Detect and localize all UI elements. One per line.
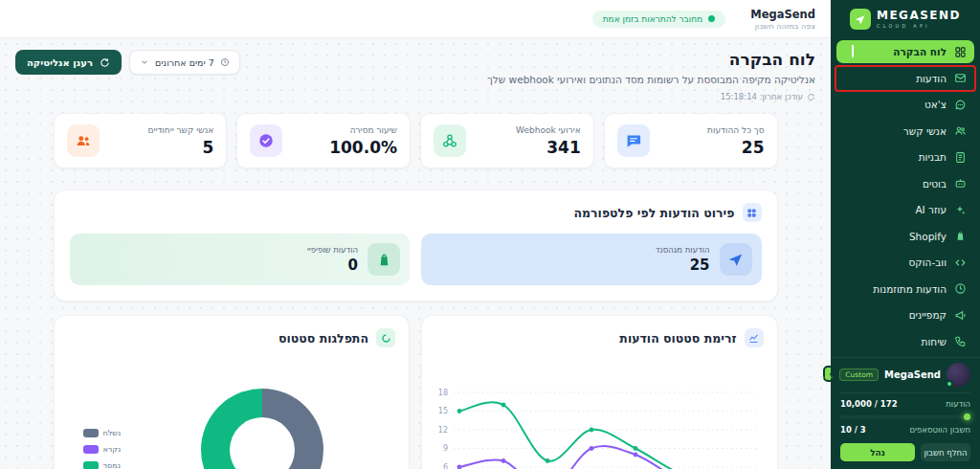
date-range-label: 7 ימים אחרונים bbox=[155, 57, 214, 68]
sidebar-item-label: צ'אט bbox=[924, 99, 947, 110]
sidebar-item-label: Shopify bbox=[909, 231, 947, 242]
status-distribution-header: התפלגות סטטוס bbox=[68, 328, 396, 347]
account-menu-button[interactable]: ... bbox=[822, 369, 835, 380]
switch-account-button[interactable]: החלף חשבון bbox=[921, 443, 970, 461]
sidebar-item-label: הודעות מתוזמנות bbox=[873, 283, 947, 295]
sidebar-item-label: תבניות bbox=[919, 151, 947, 163]
usage-section: הודעות 10,000 / 172 חשבון הווטסאפים 10 /… bbox=[840, 393, 970, 436]
text-cursor bbox=[852, 45, 854, 57]
users-icon bbox=[954, 124, 967, 137]
sidebar-footer-buttons: החלף חשבון נהל bbox=[840, 443, 970, 461]
platform-card-text: הודעות מגהסנד 25 bbox=[656, 245, 710, 274]
refresh-analytics-button[interactable]: רענן אנליטיקה bbox=[15, 50, 122, 75]
usage-progress-dot bbox=[964, 413, 970, 420]
sidebar-item-shopify[interactable]: Shopify bbox=[836, 225, 974, 248]
status-flow-header: זרימת סטטוס הודעות bbox=[435, 328, 764, 347]
svg-text:9: 9 bbox=[442, 444, 447, 453]
sidebar: MEGASEND CLOUD API לוח הבקרה הודעות צ'אט… bbox=[831, 0, 980, 469]
line-chart-icon bbox=[745, 328, 764, 347]
sparkles-icon bbox=[954, 204, 967, 216]
dashboard-content: לוח הבקרה אנליטיקה מקיפה המבוססת על רשומ… bbox=[0, 38, 831, 469]
legend-label: נשלח bbox=[103, 429, 122, 437]
status-flow-chart-card: זרימת סטטוס הודעות 18151296 bbox=[421, 315, 778, 469]
sidebar-nav: לוח הבקרה הודעות צ'אט אנשי קשר תבניות bbox=[831, 36, 980, 383]
refresh-icon bbox=[100, 57, 110, 68]
account-name: MegaSend bbox=[884, 369, 941, 380]
plan-badge: Custom bbox=[839, 368, 879, 381]
stat-value: 25 bbox=[707, 138, 764, 157]
shopify-bag-icon bbox=[368, 243, 400, 276]
sidebar-item-webhooks[interactable]: ווב-הוקס bbox=[836, 251, 974, 274]
sidebar-item-label: אנשי קשר bbox=[903, 125, 947, 137]
legend-swatch-read bbox=[83, 445, 99, 454]
sidebar-item-ai-assistant[interactable]: עוזר AI bbox=[836, 198, 974, 221]
phone-icon bbox=[954, 335, 967, 347]
sidebar-item-templates[interactable]: תבניות bbox=[836, 145, 974, 168]
sidebar-item-campaigns[interactable]: קמפיינים bbox=[836, 303, 974, 326]
sidebar-item-scheduled-messages[interactable]: הודעות מתוזמנות bbox=[836, 278, 974, 301]
platform-card-label: הודעות שופיפיי bbox=[307, 245, 358, 255]
platform-breakdown-card: פירוט הודעות לפי פלטפורמה הודעות מגהסנד … bbox=[54, 190, 778, 302]
usage-label: הודעות bbox=[946, 399, 970, 411]
platform-section-header: פירוט הודעות לפי פלטפורמה bbox=[70, 203, 762, 222]
sidebar-item-label: הודעות bbox=[916, 73, 947, 84]
webhook-icon bbox=[434, 124, 466, 157]
bot-icon bbox=[954, 177, 967, 190]
stat-text: סך כל ההודעות 25 bbox=[707, 125, 764, 157]
manage-button[interactable]: נהל bbox=[840, 443, 915, 461]
stat-value: 100.0% bbox=[329, 138, 397, 157]
paper-plane-logo-icon bbox=[850, 9, 871, 30]
platform-card-value: 0 bbox=[307, 257, 358, 274]
svg-text:12: 12 bbox=[437, 426, 447, 435]
template-doc-icon bbox=[954, 151, 967, 164]
account-id-link[interactable]: צפה במזהה חשבון bbox=[750, 22, 815, 31]
legend-label: נקרא bbox=[103, 445, 122, 454]
live-dot-icon bbox=[708, 15, 715, 22]
sidebar-item-dashboard[interactable]: לוח הבקרה bbox=[836, 40, 974, 63]
usage-row-messages: הודעות 10,000 / 172 bbox=[840, 399, 970, 411]
sidebar-item-bots[interactable]: בוטים bbox=[836, 172, 974, 195]
sidebar-item-contacts[interactable]: אנשי קשר bbox=[836, 120, 974, 143]
stat-card-webhook-events: אירועי Webhook 341 bbox=[420, 113, 594, 168]
platform-section-title: פירוט הודעות לפי פלטפורמה bbox=[573, 206, 734, 220]
legend-label: נמסר bbox=[103, 461, 121, 469]
usage-label: חשבון הווטסאפים bbox=[909, 425, 970, 436]
sidebar-item-label: לוח הבקרה bbox=[893, 46, 947, 57]
status-flow-title: זרימת סטטוס הודעות bbox=[619, 331, 736, 346]
page-header: לוח הבקרה אנליטיקה מקיפה המבוססת על רשומ… bbox=[0, 38, 831, 101]
chevron-down-icon bbox=[140, 57, 149, 67]
check-circle-icon bbox=[250, 124, 282, 157]
svg-text:6: 6 bbox=[442, 463, 447, 469]
stat-label: סך כל ההודעות bbox=[707, 125, 764, 135]
status-donut bbox=[201, 389, 323, 469]
date-range-dropdown[interactable]: 7 ימים אחרונים bbox=[129, 50, 240, 75]
sidebar-item-label: שיחות bbox=[922, 336, 947, 347]
envelope-icon bbox=[954, 72, 967, 84]
sidebar-item-messages[interactable]: הודעות bbox=[836, 67, 974, 90]
sidebar-item-chat[interactable]: צ'אט bbox=[836, 93, 974, 116]
platform-card-text: הודעות שופיפיי 0 bbox=[307, 245, 358, 274]
stat-card-delivery-rate: שיעור מסירה 100.0% bbox=[236, 113, 411, 168]
account-row[interactable]: MegaSend Custom ... bbox=[840, 363, 970, 393]
legend-item-delivered: נמסר bbox=[83, 461, 122, 469]
stat-text: שיעור מסירה 100.0% bbox=[329, 125, 397, 157]
megaphone-icon bbox=[954, 309, 967, 322]
grid-icon bbox=[743, 203, 762, 222]
sidebar-item-calls[interactable]: שיחות bbox=[836, 330, 974, 353]
stat-value: 341 bbox=[516, 138, 581, 157]
account-header: MegaSend צפה במזהה חשבון bbox=[750, 8, 815, 31]
online-status-dot bbox=[946, 380, 953, 388]
paper-plane-icon bbox=[720, 243, 752, 276]
top-header-bar: MegaSend צפה במזהה חשבון מחובר להתראות ב… bbox=[0, 0, 831, 38]
usage-row-whatsapp-accounts: חשבון הווטסאפים 10 / 3 bbox=[840, 425, 970, 436]
platform-card-shopify: הודעות שופיפיי 0 bbox=[70, 234, 411, 285]
charts-row: זרימת סטטוס הודעות 18151296 התפלגות סטטו… bbox=[54, 315, 778, 469]
platform-card-megasend: הודעות מגהסנד 25 bbox=[421, 234, 762, 285]
page-controls: 7 ימים אחרונים רענן אנליטיקה bbox=[15, 50, 240, 75]
last-updated: עודכן אחרון: 15:18:14 bbox=[487, 92, 815, 101]
refresh-small-icon bbox=[807, 93, 815, 101]
realtime-status-label: מחובר להתראות בזמן אמת bbox=[603, 14, 703, 24]
brand-tagline: CLOUD API bbox=[877, 23, 961, 29]
status-distribution-chart-card: התפלגות סטטוס נשלח נקרא bbox=[54, 315, 411, 469]
last-updated-text: עודכן אחרון: 15:18:14 bbox=[721, 92, 803, 101]
